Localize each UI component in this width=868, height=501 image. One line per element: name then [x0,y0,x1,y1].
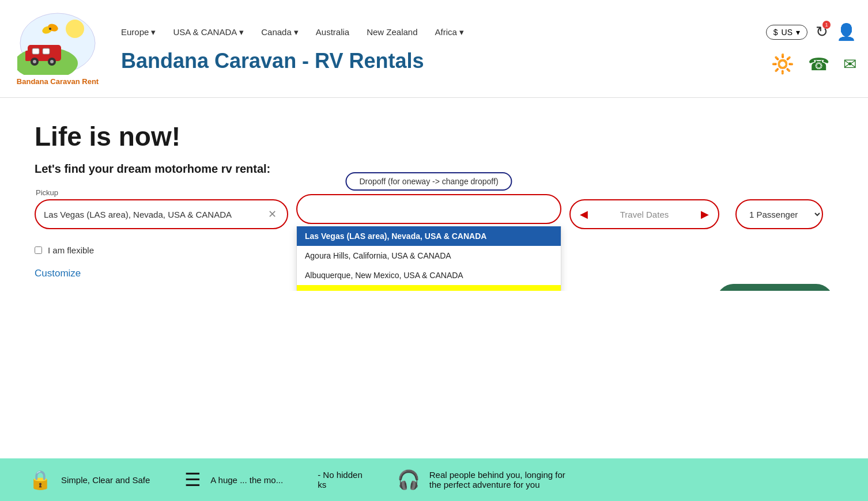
dropoff-group: Dropoff (for oneway -> change dropoff) L… [296,194,561,224]
mail-icon[interactable]: ✉ [843,55,856,74]
site-title: Bandana Caravan - RV Rentals [121,43,766,79]
nav-australia[interactable]: Australia [316,27,349,37]
pickup-input[interactable] [44,210,266,219]
main-content: Life is now! Let's find your dream motor… [0,98,868,291]
svg-point-13 [49,28,51,30]
nav-europe[interactable]: Europe ▾ [121,27,156,37]
logo-area: Bandana Caravan Rent [12,12,104,86]
header: Bandana Caravan Rent Europe ▾ USA & CANA… [0,0,868,98]
chevron-down-icon: ▾ [239,27,244,37]
dropdown-item[interactable]: Las Vegas (LAS area), Nevada, USA & CANA… [297,226,561,246]
dropoff-label-bubble: Dropoff (for oneway -> change dropoff) [345,172,512,191]
nav-top: Europe ▾ USA & CANADA ▾ Canada ▾ Austral… [121,19,766,43]
date-group: ◀ Travel Dates ▶ [569,188,719,229]
header-right: $ US ▾ ↻ 1 👤 🔆 ☎ ✉ [766,17,856,81]
passenger-group: 1 Passenger 2 Passengers 3 Passengers 4 … [727,188,823,229]
dropdown-item[interactable]: Anchorage, Alaska, USA & CANADA [297,285,561,291]
logo-image [17,12,98,75]
dollar-icon: $ [773,28,778,37]
logo-text: Bandana Caravan Rent [17,77,99,86]
flexible-checkbox[interactable] [35,246,42,254]
pickup-group: Pickup ✕ [35,188,288,229]
notification-badge: 1 [822,21,831,29]
phone-icon[interactable]: ☎ [808,54,829,74]
user-icon[interactable]: 👤 [836,22,856,41]
flexible-label: I am flexible [48,245,94,255]
contact-icons: 🔆 ☎ ✉ [771,53,856,75]
chevron-down-icon: ▾ [294,27,299,37]
search-button[interactable]: Search! [716,284,833,291]
travel-dates-label: Travel Dates [596,210,693,219]
pickup-label: Pickup [35,188,288,197]
whatsapp-icon[interactable]: 🔆 [771,53,794,75]
next-date-arrow[interactable]: ▶ [697,208,712,221]
dropdown-item[interactable]: Albuquerque, New Mexico, USA & CANADA [297,265,561,285]
svg-point-8 [33,60,36,63]
tagline: Life is now! [35,121,833,152]
svg-rect-6 [43,48,50,54]
nav-canada[interactable]: Canada ▾ [261,27,299,37]
currency-area: $ US ▾ ↻ 1 👤 [766,22,856,41]
search-form: Pickup ✕ Dropoff (for oneway -> change d… [35,188,833,229]
nav-area: Europe ▾ USA & CANADA ▾ Canada ▾ Austral… [104,19,766,79]
chevron-down-icon: ▾ [459,27,464,37]
svg-point-1 [66,20,84,38]
chevron-down-icon: ▾ [796,28,800,37]
currency-selector[interactable]: $ US ▾ [766,25,807,40]
nav-usa-canada[interactable]: USA & CANADA ▾ [173,27,244,37]
dropdown-list: Las Vegas (LAS area), Nevada, USA & CANA… [296,226,561,291]
date-picker: ◀ Travel Dates ▶ [569,199,719,229]
dropoff-input-wrap [296,194,561,224]
dropoff-input[interactable] [305,204,552,214]
pickup-input-wrap: ✕ [35,199,288,229]
svg-rect-4 [25,51,30,61]
nav-africa[interactable]: Africa ▾ [435,27,464,37]
chevron-down-icon: ▾ [151,27,156,37]
svg-point-10 [50,60,54,63]
svg-rect-5 [32,48,39,54]
nav-new-zealand[interactable]: New Zealand [367,27,417,37]
clear-pickup-button[interactable]: ✕ [266,208,279,221]
passenger-select[interactable]: 1 Passenger 2 Passengers 3 Passengers 4 … [735,199,823,229]
dropdown-item[interactable]: Agoura Hills, California, USA & CANADA [297,246,561,265]
customize-link[interactable]: Customize [35,268,81,279]
prev-date-arrow[interactable]: ◀ [576,208,591,221]
